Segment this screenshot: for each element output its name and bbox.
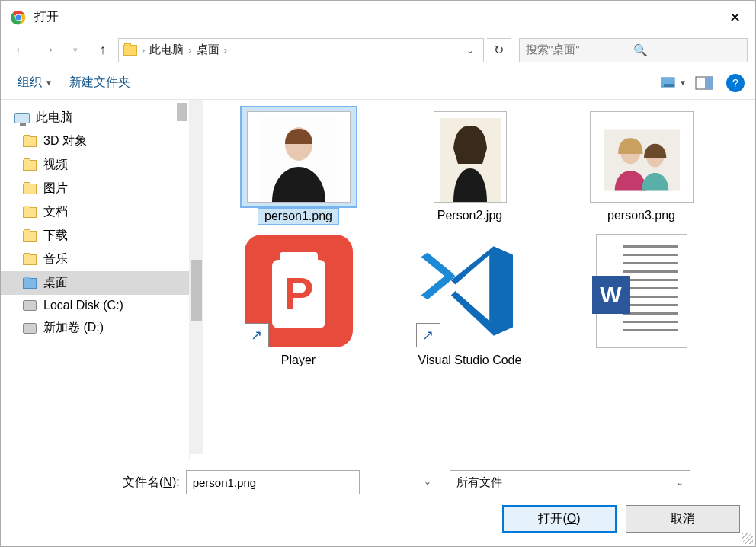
- file-label: person3.png: [607, 208, 675, 223]
- preview-pane-button[interactable]: [691, 72, 717, 94]
- title-bar: 打开 ✕: [1, 1, 755, 34]
- breadcrumb-sep: ›: [142, 44, 145, 56]
- file-label: Person2.jpg: [437, 208, 502, 223]
- shortcut-arrow-icon: ↗: [416, 323, 440, 347]
- filename-label: 文件名(N):: [123, 475, 180, 491]
- tree-3d-objects[interactable]: 3D 对象: [1, 130, 189, 153]
- forward-button[interactable]: →: [36, 38, 60, 62]
- file-person3[interactable]: person3.png: [556, 104, 727, 228]
- content-scrollbar[interactable]: [190, 100, 203, 454]
- help-button[interactable]: ?: [726, 74, 745, 92]
- chrome-icon: [10, 9, 27, 26]
- file-person1[interactable]: person1.png: [213, 104, 384, 228]
- breadcrumb-sep: ›: [224, 44, 227, 56]
- close-button[interactable]: ✕: [717, 1, 752, 34]
- file-label: Visual Studio Code: [418, 353, 522, 368]
- breadcrumb-this-pc[interactable]: 此电脑: [149, 43, 184, 57]
- file-word-doc[interactable]: W: [556, 228, 727, 371]
- folder-icon: [123, 45, 137, 56]
- nav-bar: ← → ▾ ↑ › 此电脑 › 桌面 › ⌄ ↻ 搜索"桌面" 🔍: [1, 34, 755, 66]
- tree-documents[interactable]: 文档: [1, 200, 189, 224]
- breadcrumb-desktop[interactable]: 桌面: [197, 43, 219, 57]
- chevron-down-icon: ⌄: [424, 476, 431, 487]
- view-options-button[interactable]: ▼: [661, 72, 687, 94]
- address-bar[interactable]: › 此电脑 › 桌面 › ⌄: [118, 38, 484, 62]
- svg-rect-4: [664, 84, 674, 87]
- svg-rect-6: [705, 77, 713, 89]
- tree-this-pc[interactable]: 此电脑: [1, 106, 189, 130]
- navigation-tree: 此电脑 3D 对象 视频 图片 文档 下载 音乐 桌面 Local Disk (…: [1, 100, 190, 459]
- tree-videos[interactable]: 视频: [1, 153, 189, 177]
- tree-scrollbar[interactable]: [175, 103, 189, 456]
- file-label: person1.png: [258, 208, 339, 225]
- breadcrumb-sep: ›: [188, 44, 191, 56]
- refresh-button[interactable]: ↻: [487, 38, 511, 62]
- tree-desktop[interactable]: 桌面: [1, 271, 189, 295]
- dialog-title: 打开: [34, 9, 717, 25]
- svg-point-2: [16, 15, 21, 20]
- search-icon: 🔍: [633, 43, 741, 57]
- dialog-footer: 文件名(N): ⌄ 所有文件⌄ 打开(O) 取消: [1, 459, 755, 546]
- search-placeholder: 搜索"桌面": [526, 43, 633, 57]
- open-file-dialog: 打开 ✕ ← → ▾ ↑ › 此电脑 › 桌面 › ⌄ ↻ 搜索"桌面" 🔍 组…: [0, 0, 756, 547]
- file-vscode[interactable]: ↗ Visual Studio Code: [384, 228, 556, 371]
- new-folder-button[interactable]: 新建文件夹: [63, 72, 136, 94]
- resize-grip[interactable]: [742, 533, 753, 544]
- tree-downloads[interactable]: 下载: [1, 224, 189, 248]
- organize-menu[interactable]: 组织▼: [11, 72, 59, 94]
- up-button[interactable]: ↑: [91, 38, 115, 62]
- dialog-body: 此电脑 3D 对象 视频 图片 文档 下载 音乐 桌面 Local Disk (…: [1, 100, 755, 459]
- recent-dropdown[interactable]: ▾: [63, 38, 88, 62]
- address-dropdown[interactable]: ⌄: [462, 45, 479, 56]
- tree-new-volume-d[interactable]: 新加卷 (D:): [1, 316, 189, 340]
- toolbar: 组织▼ 新建文件夹 ▼ ?: [1, 66, 755, 100]
- word-doc-icon: W: [596, 234, 687, 348]
- search-input[interactable]: 搜索"桌面" 🔍: [519, 38, 748, 62]
- file-label: Player: [281, 353, 316, 368]
- cancel-button[interactable]: 取消: [626, 505, 740, 533]
- back-button[interactable]: ←: [8, 38, 33, 62]
- file-player[interactable]: P↗ Player: [213, 228, 384, 371]
- vscode-icon: ↗: [416, 235, 524, 347]
- filename-input[interactable]: [186, 470, 360, 494]
- open-button[interactable]: 打开(O): [502, 505, 617, 533]
- tree-pictures[interactable]: 图片: [1, 177, 189, 200]
- file-person2[interactable]: Person2.jpg: [384, 104, 556, 228]
- file-type-filter[interactable]: 所有文件⌄: [450, 470, 690, 494]
- player-icon: P↗: [245, 235, 353, 347]
- svg-text:P: P: [284, 268, 313, 318]
- tree-music[interactable]: 音乐: [1, 248, 189, 271]
- file-list: person1.png Person2.jpg person3.png P↗ P…: [190, 100, 755, 459]
- shortcut-arrow-icon: ↗: [245, 323, 269, 347]
- tree-local-disk-c[interactable]: Local Disk (C:): [1, 295, 189, 316]
